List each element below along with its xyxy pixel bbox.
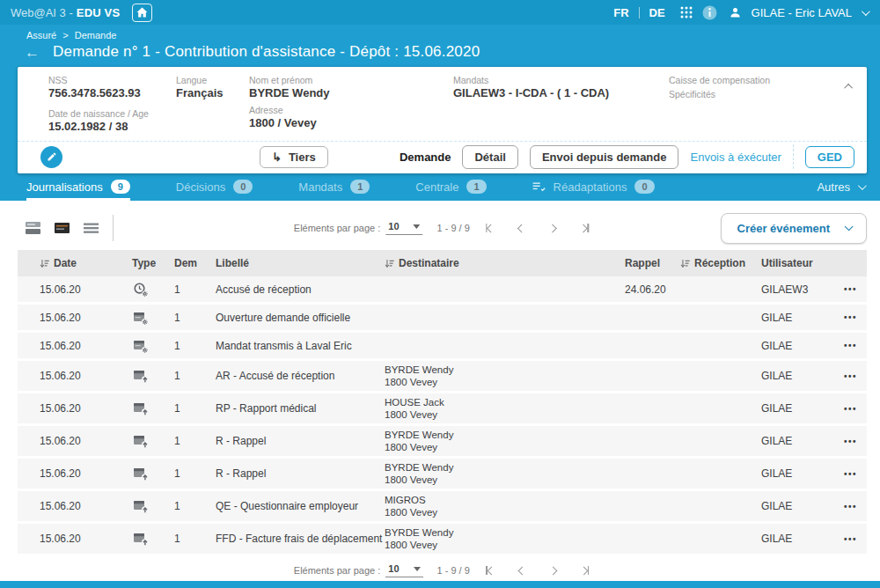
tab-decisions[interactable]: Décisions0 — [176, 180, 253, 201]
row-more-actions-button[interactable]: ••• — [842, 401, 859, 417]
tab-label: Réadaptations — [554, 180, 627, 194]
user-name[interactable]: GILAE - Eric LAVAL — [752, 6, 852, 19]
cell-date: 15.06.20 — [18, 467, 114, 480]
cell-destinataire: BYRDE Wendy1800 Vevey — [371, 459, 598, 489]
cell-dem: 1 — [157, 533, 199, 545]
sort-icon — [680, 259, 690, 268]
ged-button[interactable]: GED — [805, 146, 854, 168]
cell-destinataire: BYRDE Wendy1800 Vevey — [371, 524, 598, 554]
cell-date: 15.06.20 — [18, 500, 114, 512]
view-comfortable-button[interactable] — [23, 219, 44, 237]
doc-upload-icon — [132, 433, 157, 449]
doc-upload-icon — [132, 531, 157, 547]
row-more-actions-button[interactable]: ••• — [842, 368, 859, 385]
breadcrumb-demande[interactable]: Demande — [75, 30, 117, 40]
view-comfortable-icon — [25, 221, 42, 235]
lang-fr-button[interactable]: FR — [613, 6, 628, 19]
sort-icon — [40, 259, 49, 268]
table-row[interactable]: 15.06.201RP - Rapport médicalHOUSE Jack1… — [18, 393, 867, 426]
cell-utilisateur: GILAE — [757, 402, 834, 415]
apps-icon[interactable] — [680, 6, 693, 18]
doc-upload-icon — [132, 401, 157, 416]
table-row[interactable]: 15.06.201Mandat transmis à Laval EricGIL… — [18, 333, 867, 361]
tab-count-badge: 0 — [634, 180, 654, 194]
destinataire-city: 1800 Vevey — [385, 408, 598, 421]
select-arrow-icon — [414, 224, 421, 229]
prev-page-button[interactable] — [517, 566, 527, 576]
row-more-actions-button[interactable]: ••• — [842, 433, 859, 450]
envois-a-executer-link[interactable]: Envois à éxécuter — [690, 151, 781, 164]
breadcrumb-assure[interactable]: Assuré — [26, 30, 56, 40]
cell-utilisateur: GILAE — [757, 370, 834, 382]
edit-insured-button[interactable] — [40, 146, 62, 168]
destinataire-name: BYRDE Wendy — [385, 429, 598, 441]
cell-type — [114, 531, 157, 547]
user-icon — [729, 6, 742, 19]
first-page-button[interactable] — [484, 564, 496, 577]
tab-centrale[interactable]: Centrale1 — [415, 180, 486, 201]
tab-mandats[interactable]: Mandats1 — [298, 180, 370, 201]
table-row[interactable]: 15.06.201R - RappelBYRDE Wendy1800 Vevey… — [18, 426, 867, 459]
cell-libelle: Accusé de réception — [199, 283, 371, 296]
table-row[interactable]: 15.06.201Ouverture demande officielleGIL… — [18, 305, 867, 333]
home-button[interactable] — [132, 4, 152, 22]
autres-label: Autres — [817, 180, 850, 194]
envoi-depuis-demande-button[interactable]: Envoi depuis demande — [530, 145, 679, 169]
field-langue: Langue Français — [176, 75, 249, 100]
row-more-actions-button[interactable]: ••• — [842, 498, 859, 515]
first-page-button[interactable] — [484, 222, 496, 234]
breadcrumb: Assuré > Demande — [0, 27, 880, 40]
cell-destinataire — [371, 287, 598, 292]
column-header-reception[interactable]: Réception — [673, 257, 757, 269]
table-row[interactable]: 15.06.201Accusé de réception24.06.20GILA… — [18, 276, 867, 305]
create-event-chevron-down-icon — [845, 222, 854, 231]
row-more-actions-button[interactable]: ••• — [842, 281, 859, 298]
view-list-button[interactable] — [81, 219, 102, 237]
field-name: Nom et prénom BYRDE Wendy — [249, 75, 453, 100]
topbar: Web@AI 3 - EDU VS FR DE GILAE - Eric LAV… — [0, 0, 880, 25]
column-header-destinataire[interactable]: Destinataire — [371, 257, 598, 269]
back-arrow-button[interactable]: ← — [25, 45, 40, 60]
cell-rappel: 24.06.20 — [598, 283, 673, 296]
lang-divider — [639, 7, 640, 18]
doc-upload-icon — [132, 466, 157, 481]
tab-journalisations[interactable]: Journalisations9 — [26, 180, 130, 201]
table-row[interactable]: 15.06.201AR - Accusé de réceptionBYRDE W… — [18, 361, 867, 393]
next-page-button[interactable] — [548, 224, 558, 233]
next-page-button[interactable] — [548, 566, 558, 576]
view-compact-button[interactable] — [52, 219, 73, 237]
user-menu-chevron-down-icon[interactable] — [862, 7, 870, 16]
row-more-actions-button[interactable]: ••• — [842, 531, 859, 548]
cell-libelle: QE - Questionnaire employeur — [199, 500, 371, 512]
tiers-button[interactable]: ↳ Tiers — [260, 146, 328, 168]
last-page-button[interactable] — [579, 564, 591, 577]
view-list-icon — [83, 221, 100, 235]
nss-label: NSS — [48, 75, 176, 86]
table-row[interactable]: 15.06.201R - RappelBYRDE Wendy1800 Vevey… — [18, 459, 867, 491]
column-label: Libellé — [216, 257, 249, 269]
column-label: Dem — [174, 257, 197, 269]
create-event-button[interactable]: Créer événement — [721, 213, 868, 244]
last-page-button[interactable] — [579, 222, 591, 234]
lang-de-button[interactable]: DE — [649, 6, 665, 19]
field-address: Adresse 1800 / Vevey — [249, 105, 453, 130]
info-icon[interactable] — [702, 5, 717, 20]
row-more-actions-button[interactable]: ••• — [842, 309, 859, 326]
cell-type — [114, 368, 157, 384]
cell-libelle: RP - Rapport médical — [199, 402, 371, 415]
cell-utilisateur: GILAE — [757, 500, 834, 512]
row-more-actions-button[interactable]: ••• — [842, 337, 859, 354]
per-page-select[interactable]: 10 — [385, 563, 422, 577]
row-more-actions-button[interactable]: ••• — [842, 466, 859, 482]
column-header-date[interactable]: Date — [18, 257, 114, 269]
table-row[interactable]: 15.06.201QE - Questionnaire employeurMIG… — [18, 491, 867, 524]
per-page-select[interactable]: 10 — [385, 221, 422, 235]
column-label: Utilisateur — [761, 257, 813, 269]
collapse-card-button[interactable] — [843, 76, 856, 96]
prev-page-button[interactable] — [517, 224, 527, 233]
playlist-check-icon — [532, 181, 546, 193]
tab-autres[interactable]: Autres — [817, 180, 864, 201]
table-row[interactable]: 15.06.201FFD - Facture frais de déplacem… — [18, 524, 867, 556]
tab-readaptations[interactable]: Réadaptations0 — [532, 180, 655, 201]
detail-button[interactable]: Détail — [462, 145, 517, 169]
